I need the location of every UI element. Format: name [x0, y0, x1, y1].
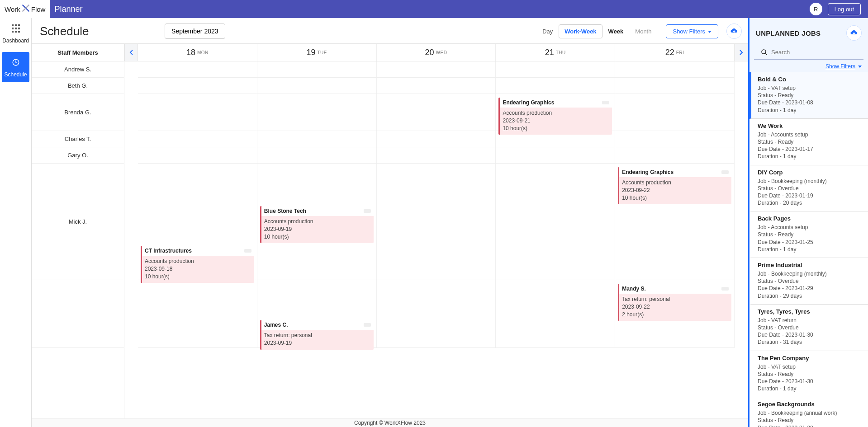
schedule-cell[interactable] [377, 164, 496, 280]
avatar[interactable]: R [810, 3, 822, 15]
sidebar: Dashboard Schedule [0, 18, 32, 427]
schedule-cell[interactable]: CT InfrastructuresAccounts production202… [138, 164, 257, 280]
unplanned-jobs-panel: UNPLANNED JOBS Show Filters Bold & CoJob… [748, 18, 868, 427]
svg-rect-8 [18, 31, 20, 33]
search-icon [760, 48, 768, 56]
top-bar: Work Flow Planner R Log out [0, 0, 868, 18]
prev-week-button[interactable] [124, 44, 138, 61]
schedule-cell[interactable] [496, 147, 615, 163]
schedule-cell[interactable] [615, 94, 735, 131]
panel-search-input[interactable] [768, 47, 857, 57]
panel-search[interactable] [754, 45, 863, 60]
schedule-cell[interactable] [377, 78, 496, 94]
grid-icon [0, 24, 31, 35]
job-card[interactable]: Endearing GraphicsAccounts production202… [618, 167, 731, 204]
schedule-cell[interactable] [377, 147, 496, 163]
schedule-cell[interactable] [615, 147, 735, 163]
job-card[interactable]: Endearing GraphicsAccounts production202… [498, 98, 612, 135]
schedule-cell[interactable] [377, 280, 496, 347]
staff-row: Brenda G. [32, 94, 124, 131]
unplanned-job-item[interactable]: Prime IndustrialJob - Bookkeeping (month… [749, 258, 868, 305]
schedule-cell[interactable] [138, 94, 257, 131]
schedule-cell[interactable] [138, 280, 257, 347]
svg-rect-3 [12, 28, 14, 29]
view-tab-week[interactable]: Week [602, 24, 630, 38]
schedule-cell[interactable]: Endearing GraphicsAccounts production202… [496, 94, 615, 131]
svg-rect-7 [15, 31, 17, 33]
schedule-cell[interactable]: Endearing GraphicsAccounts production202… [615, 164, 735, 280]
view-tab-workweek[interactable]: Work-Week [559, 24, 602, 38]
svg-point-10 [762, 50, 766, 54]
unplanned-job-item[interactable]: Bold & CoJob - VAT setupStatus - ReadyDu… [749, 72, 868, 119]
day-header: 19TUE [257, 44, 376, 61]
schedule-cell[interactable] [377, 94, 496, 131]
schedule-cell[interactable] [138, 131, 257, 147]
cloud-download-button[interactable] [726, 23, 742, 39]
schedule-cell[interactable] [257, 147, 377, 163]
svg-rect-1 [15, 24, 17, 26]
schedule-cell[interactable]: Blue Stone TechAccounts production2023-0… [257, 164, 377, 280]
schedule-cell[interactable]: Mandy S.Tax return: personal2023-09-222 … [615, 280, 735, 347]
unplanned-job-item[interactable]: Segoe BackgroundsJob - Bookkeeping (annu… [749, 397, 868, 427]
svg-rect-4 [15, 28, 17, 29]
view-tab-month[interactable]: Month [629, 24, 657, 38]
job-card[interactable]: Blue Stone TechAccounts production2023-0… [260, 206, 374, 243]
staff-row: Andrew S. [32, 61, 124, 78]
logo[interactable]: Work Flow [0, 0, 50, 18]
unplanned-job-item[interactable]: The Pen CompanyJob - VAT setupStatus - R… [749, 351, 868, 398]
panel-title: UNPLANNED JOBS [756, 29, 821, 37]
clock-icon [2, 58, 29, 69]
view-tabs: Day Work-Week Week Month [536, 24, 658, 39]
next-week-button[interactable] [735, 44, 748, 61]
logo-x-icon [21, 3, 30, 15]
view-tab-day[interactable]: Day [536, 24, 559, 38]
svg-rect-2 [18, 24, 20, 26]
unplanned-job-item[interactable]: Tyres, Tyres, TyresJob - VAT returnStatu… [749, 305, 868, 351]
schedule-cell[interactable] [615, 61, 735, 77]
staff-row: Charles T. [32, 131, 124, 147]
schedule-cell[interactable] [615, 78, 735, 94]
toolbar: Schedule September 2023 Day Work-Week We… [32, 18, 748, 43]
schedule-cell[interactable] [496, 280, 615, 347]
logo-text-left: Work [5, 5, 20, 13]
schedule-cell[interactable] [257, 61, 377, 77]
schedule-cell[interactable] [615, 131, 735, 147]
staff-row: Beth G. [32, 78, 124, 94]
day-header: 18MON [138, 44, 257, 61]
day-header: 21THU [496, 44, 615, 61]
panel-cloud-button[interactable] [846, 25, 862, 41]
job-card[interactable]: CT InfrastructuresAccounts production202… [141, 246, 254, 283]
unplanned-job-item[interactable]: We WorkJob - Accounts setupStatus - Read… [749, 119, 868, 165]
schedule-cell[interactable] [496, 164, 615, 280]
schedule-cell[interactable] [138, 78, 257, 94]
schedule-cell[interactable] [496, 61, 615, 77]
schedule-grid: Staff Members 18MON19TUE20WED21THU22FRI … [32, 43, 748, 427]
schedule-cell[interactable] [496, 131, 615, 147]
month-picker-button[interactable]: September 2023 [165, 23, 225, 39]
page-title: Schedule [40, 24, 89, 38]
sidebar-item-schedule[interactable]: Schedule [2, 52, 29, 82]
schedule-cell[interactable] [377, 131, 496, 147]
unplanned-job-item[interactable]: DIY CorpJob - Bookkeeping (monthly)Statu… [749, 165, 868, 212]
day-header: 20WED [377, 44, 496, 61]
app-name: Planner [50, 5, 82, 14]
schedule-cell[interactable] [138, 147, 257, 163]
schedule-cell[interactable] [257, 78, 377, 94]
schedule-cell[interactable] [377, 61, 496, 77]
job-card[interactable]: Mandy S.Tax return: personal2023-09-222 … [618, 284, 731, 321]
chevron-down-icon [708, 31, 711, 33]
staff-row [32, 280, 124, 348]
sidebar-item-dashboard[interactable]: Dashboard [0, 18, 31, 48]
show-filters-button[interactable]: Show Filters [666, 24, 718, 38]
schedule-cell[interactable] [496, 78, 615, 94]
unplanned-job-item[interactable]: Back PagesJob - Accounts setupStatus - R… [749, 211, 868, 258]
logout-button[interactable]: Log out [828, 3, 861, 15]
schedule-cell[interactable] [138, 61, 257, 77]
schedule-cell[interactable]: James C.Tax return: personal2023-09-19 [257, 280, 377, 347]
panel-show-filters-link[interactable]: Show Filters [749, 60, 868, 72]
footer: Copyright © WorkXFlow 2023 [32, 418, 748, 427]
staff-header: Staff Members [32, 44, 124, 61]
schedule-cell[interactable] [257, 94, 377, 131]
schedule-cell[interactable] [257, 131, 377, 147]
job-card[interactable]: James C.Tax return: personal2023-09-19 [260, 320, 374, 350]
